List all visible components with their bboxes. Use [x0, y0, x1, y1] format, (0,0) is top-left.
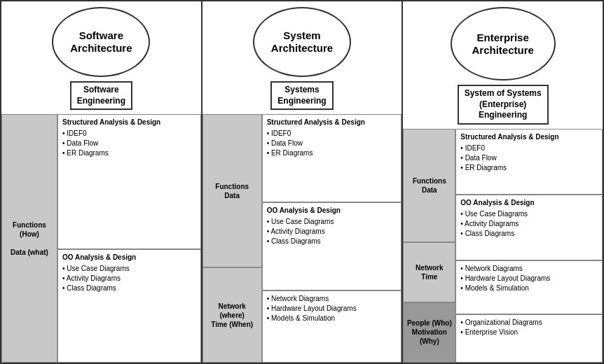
- software-dataflow: Data Flow: [62, 139, 196, 148]
- software-idef0: IDEF0: [62, 129, 196, 139]
- enterprise-left-labels: FunctionsData NetworkTime People (Who)Mo…: [403, 129, 455, 363]
- software-left-labels: Functions (How)Data (what): [1, 114, 57, 363]
- software-subtitle: SoftwareEngineering: [70, 81, 132, 110]
- system-activity: Activity Diagrams: [267, 227, 397, 237]
- software-header: SoftwareArchitecture SoftwareEngineering: [1, 1, 201, 114]
- software-oo-box: OO Analysis & Design Use Case Diagrams A…: [57, 249, 201, 363]
- system-header: SystemArchitecture SystemsEngineering: [203, 1, 402, 114]
- enterprise-oo-list: Use Case Diagrams Activity Diagrams Clas…: [460, 209, 598, 239]
- software-right-content: Structured Analysis & Design IDEF0 Data …: [57, 114, 201, 363]
- system-network-box: Network Diagrams Hardware Layout Diagram…: [262, 290, 402, 363]
- system-left-labels: FunctionsData Network (where)Time (When): [203, 114, 262, 363]
- enterprise-subtitle: System of Systems(Enterprise)Engineering: [458, 85, 549, 125]
- software-body: Functions (How)Data (what) Structured An…: [1, 114, 201, 363]
- enterprise-activity: Activity Diagrams: [460, 219, 598, 229]
- system-body: FunctionsData Network (where)Time (When)…: [203, 114, 402, 363]
- system-structured-heading: Structured Analysis & Design: [267, 118, 397, 127]
- enterprise-dataflow: Data Flow: [460, 153, 598, 163]
- software-activity: Activity Diagrams: [62, 274, 196, 284]
- software-structured-list: IDEF0 Data Flow ER Diagrams: [62, 129, 196, 158]
- software-functions-label: Functions (How)Data (what): [1, 114, 57, 363]
- system-structured-box: Structured Analysis & Design IDEF0 Data …: [262, 114, 402, 202]
- system-er: ER Diagrams: [267, 148, 397, 158]
- software-circle-title: SoftwareArchitecture: [52, 7, 150, 77]
- system-network-diagrams: Network Diagrams: [267, 294, 397, 304]
- system-subtitle: SystemsEngineering: [270, 81, 333, 110]
- system-right-content: Structured Analysis & Design IDEF0 Data …: [262, 114, 402, 363]
- system-functions-label: FunctionsData: [203, 114, 262, 267]
- software-structured-box: Structured Analysis & Design IDEF0 Data …: [57, 114, 201, 249]
- system-network-list: Network Diagrams Hardware Layout Diagram…: [267, 294, 397, 323]
- system-architecture-column: SystemArchitecture SystemsEngineering Fu…: [203, 1, 404, 363]
- enterprise-structured-heading: Structured Analysis & Design: [460, 132, 598, 142]
- enterprise-people-label: People (Who)Motivation(Why): [403, 302, 455, 363]
- main-diagram: SoftwareArchitecture SoftwareEngineering…: [0, 0, 604, 364]
- enterprise-network-list: Network Diagrams Hardware Layout Diagram…: [460, 264, 598, 293]
- enterprise-network-label: NetworkTime: [403, 242, 455, 302]
- enterprise-hardware: Hardware Layout Diagrams: [460, 274, 598, 284]
- enterprise-people-box: Organizational Diagrams Enterprise Visio…: [455, 314, 603, 363]
- enterprise-network-box: Network Diagrams Hardware Layout Diagram…: [455, 260, 603, 314]
- software-oo-heading: OO Analysis & Design: [62, 253, 196, 262]
- enterprise-people-list: Organizational Diagrams Enterprise Visio…: [460, 318, 598, 337]
- software-structured-heading: Structured Analysis & Design: [62, 118, 196, 127]
- system-dataflow: Data Flow: [267, 139, 397, 148]
- system-models: Models & Simulation: [267, 314, 397, 323]
- software-architecture-column: SoftwareArchitecture SoftwareEngineering…: [1, 1, 203, 363]
- enterprise-er: ER Diagrams: [460, 163, 598, 173]
- enterprise-header: EnterpriseArchitecture System of Systems…: [403, 1, 603, 129]
- system-oo-heading: OO Analysis & Design: [267, 206, 397, 216]
- enterprise-circle-title: EnterpriseArchitecture: [451, 7, 556, 80]
- software-class: Class Diagrams: [62, 284, 196, 293]
- enterprise-vision: Enterprise Vision: [460, 328, 598, 337]
- enterprise-class: Class Diagrams: [460, 229, 598, 239]
- enterprise-models: Models & Simulation: [460, 284, 598, 293]
- system-class: Class Diagrams: [267, 237, 397, 246]
- enterprise-oo-box: OO Analysis & Design Use Case Diagrams A…: [455, 195, 603, 260]
- enterprise-right-content: Structured Analysis & Design IDEF0 Data …: [455, 129, 603, 363]
- enterprise-architecture-column: EnterpriseArchitecture System of Systems…: [403, 1, 603, 363]
- enterprise-usecase: Use Case Diagrams: [460, 209, 598, 219]
- enterprise-idef0: IDEF0: [460, 144, 598, 153]
- enterprise-network-diagrams: Network Diagrams: [460, 264, 598, 274]
- enterprise-oo-heading: OO Analysis & Design: [460, 198, 598, 208]
- system-usecase: Use Case Diagrams: [267, 217, 397, 227]
- enterprise-structured-list: IDEF0 Data Flow ER Diagrams: [460, 144, 598, 173]
- system-circle-title: SystemArchitecture: [253, 7, 351, 77]
- system-oo-list: Use Case Diagrams Activity Diagrams Clas…: [267, 217, 397, 246]
- software-usecase: Use Case Diagrams: [62, 264, 196, 274]
- system-structured-list: IDEF0 Data Flow ER Diagrams: [267, 129, 397, 158]
- software-oo-list: Use Case Diagrams Activity Diagrams Clas…: [62, 264, 196, 293]
- enterprise-functions-label: FunctionsData: [403, 129, 455, 242]
- enterprise-org: Organizational Diagrams: [460, 318, 598, 328]
- system-idef0: IDEF0: [267, 129, 397, 139]
- enterprise-body: FunctionsData NetworkTime People (Who)Mo…: [403, 129, 603, 363]
- software-er: ER Diagrams: [62, 148, 196, 158]
- system-network-label: Network (where)Time (When): [203, 267, 262, 363]
- system-hardware: Hardware Layout Diagrams: [267, 304, 397, 314]
- enterprise-structured-box: Structured Analysis & Design IDEF0 Data …: [455, 129, 603, 195]
- system-oo-box: OO Analysis & Design Use Case Diagrams A…: [262, 202, 402, 290]
